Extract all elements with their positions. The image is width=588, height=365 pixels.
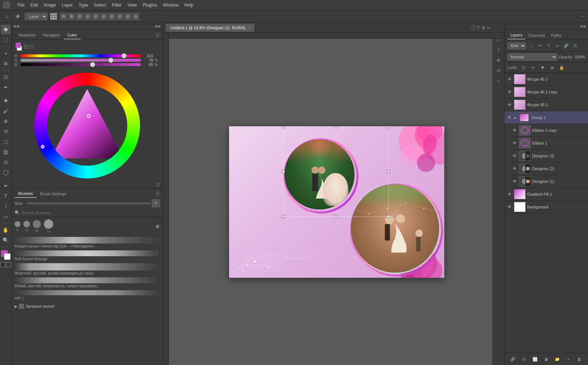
layer-ellipse1copy[interactable]: 👁 Ellipse 1 copy — [510, 124, 588, 137]
magic-wand-tool[interactable]: ✲ — [1, 59, 11, 68]
text-tool[interactable]: T — [1, 191, 11, 201]
brush-kategory-kontsept[interactable]: + Концептуальні і пензлі від Kyle – «Нак… — [15, 237, 160, 248]
tab-paths[interactable]: Paths — [548, 32, 564, 39]
add-style-btn[interactable]: fx — [521, 356, 528, 363]
grid-icon[interactable] — [50, 13, 57, 20]
tab-navigator[interactable]: Navigator — [39, 31, 64, 39]
menu-file[interactable]: File — [18, 3, 24, 8]
layer-figura45copy[interactable]: 👁 Фігура 45 1 copy — [504, 86, 588, 99]
menu-plugins[interactable]: Plugins — [143, 3, 157, 8]
crop-tool[interactable]: ⊡ — [1, 72, 11, 82]
move-tool[interactable]: ✥ — [1, 25, 11, 34]
align-left-btn[interactable]: ⊟ — [60, 13, 67, 20]
filter-shape-btn[interactable]: ▭ — [554, 42, 561, 49]
move-tool-icon[interactable]: ✥ — [14, 12, 22, 20]
dodge-tool[interactable]: ◯ — [1, 168, 11, 177]
layer-vis-figura45copy[interactable]: 👁 — [507, 89, 512, 95]
layer-vis-figura45[interactable]: 👁 — [507, 102, 512, 108]
filter-smart-btn[interactable]: 🔗 — [562, 42, 570, 49]
layer-vis-designer1[interactable]: 👁 — [512, 178, 518, 184]
kind-filter-select[interactable]: Kind — [507, 42, 526, 49]
layer-designer2[interactable]: 👁 Designer (2) — [510, 162, 588, 175]
add-adjustment-btn[interactable]: ◑ — [542, 356, 550, 363]
brush-panel-menu-btn[interactable]: ☰ — [156, 191, 160, 196]
brush-soft-smiley[interactable]: soft :) — [15, 290, 160, 300]
heal-tool[interactable]: ✚ — [1, 96, 11, 105]
filter-toggle-btn[interactable]: ⊡ — [571, 42, 579, 49]
layer-vis-group1[interactable]: 👁 — [507, 115, 512, 120]
layer-gradient[interactable]: 👁 Gradient Fill 1 — [504, 188, 588, 201]
brush-category-general[interactable]: ▶ Загальні пензлі — [15, 302, 160, 310]
brush-soft-add[interactable]: + — [156, 251, 158, 255]
canvas-zoom-icon[interactable]: + — [495, 77, 503, 85]
lock-image-btn[interactable]: ✏ — [530, 64, 537, 71]
layer-vis-figura46[interactable]: 👁 — [507, 76, 512, 82]
brush-preset-3[interactable]: 20 — [33, 220, 41, 233]
menu-image[interactable]: Image — [44, 3, 56, 8]
select-tool[interactable]: ⬚ — [1, 35, 11, 45]
fg-color-swatch[interactable] — [16, 43, 21, 48]
brush-tool[interactable]: 🖌 — [1, 106, 11, 116]
brush-hard-round[interactable]: Жорсткий, круглий, розмір відповідно до … — [15, 263, 160, 275]
link-layers-btn[interactable]: 🔗 — [509, 356, 517, 363]
stamp-tool[interactable]: ⊕ — [1, 116, 11, 126]
align-middle-btn[interactable]: ⊟ — [92, 13, 99, 20]
layer-figura46[interactable]: 👁 Фігура 46 1 — [504, 73, 588, 86]
menu-edit[interactable]: Edit — [30, 3, 38, 8]
layer-vis-designer2[interactable]: 👁 — [512, 166, 518, 172]
lasso-tool[interactable]: ⌖ — [1, 49, 11, 58]
add-mask-btn[interactable]: ⬜ — [531, 356, 539, 363]
more-options-btn[interactable]: ··· — [580, 13, 585, 20]
lock-position-btn[interactable]: ✚ — [539, 64, 546, 71]
filter-adjust-btn[interactable]: ✏ — [536, 42, 543, 49]
lock-all-btn[interactable]: 🔒 — [558, 64, 565, 71]
blend-mode-select[interactable]: Normal — [507, 53, 557, 61]
tab-layers[interactable]: Layers — [507, 31, 525, 39]
gradient-tool[interactable]: ▨ — [1, 147, 11, 157]
layer-designer1[interactable]: 👁 Designer (1) — [510, 175, 588, 188]
b-slider-thumb[interactable] — [90, 62, 95, 67]
eyedropper-tool[interactable]: ✒ — [1, 82, 11, 92]
opacity-value[interactable]: 100% — [575, 55, 585, 59]
tab-brush-settings[interactable]: Brush Settings — [36, 190, 70, 197]
brush-soft-opacity[interactable]: М'який, круглий, непрозорість і штрих ві… — [15, 277, 160, 288]
panel-options-btn[interactable]: ☰ — [156, 33, 160, 38]
tab-brushes[interactable]: Brushes — [15, 190, 36, 198]
s-slider-thumb[interactable] — [108, 58, 113, 63]
filter-text-btn[interactable]: T — [545, 42, 552, 49]
brush-add-icon[interactable]: + — [156, 238, 158, 242]
lock-artboard-btn[interactable]: ⊞ — [549, 64, 556, 71]
blur-tool[interactable]: ◎ — [1, 157, 11, 167]
align-top-btn[interactable]: ⊟ — [84, 13, 91, 20]
layer-designer3[interactable]: 👁 Designer (3) — [510, 150, 588, 162]
right-panel-collapse-btn[interactable]: ▶▶ — [581, 24, 587, 28]
menu-view[interactable]: View — [127, 3, 137, 8]
layer-vis-ellipse1[interactable]: 👁 — [512, 140, 518, 146]
menu-help[interactable]: Help — [184, 3, 193, 8]
path-tool[interactable]: ⤴ — [1, 201, 11, 211]
layer-vis-gradient[interactable]: 👁 — [507, 191, 512, 197]
brush-preset-4[interactable]: 15 — [44, 219, 53, 233]
tab-color[interactable]: Color — [64, 31, 81, 39]
menu-filter[interactable]: Filter — [112, 3, 122, 8]
align-right-btn[interactable]: ⊟ — [76, 13, 83, 20]
type-tool-icon[interactable]: T — [477, 25, 480, 31]
color-triangle-area[interactable] — [47, 85, 127, 166]
zoom-tool[interactable]: 🔍 — [1, 235, 11, 245]
quick-mask-icon[interactable] — [0, 262, 5, 267]
home-icon[interactable]: ⌂ — [3, 12, 11, 20]
tab-channels[interactable]: Channels — [525, 32, 548, 39]
distribute-btn[interactable]: ⊟ — [108, 13, 115, 20]
brush-preset-1[interactable]: 9 — [15, 221, 20, 231]
search-brushes-input[interactable] — [22, 211, 160, 215]
h-slider[interactable] — [20, 54, 141, 57]
panel-collapse-btn[interactable]: ◀◀ — [13, 24, 19, 28]
brush-preset-2[interactable]: 20 — [23, 221, 30, 232]
layer-ellipse1[interactable]: 👁 Ellipse 1 — [510, 137, 588, 150]
background-color[interactable] — [4, 253, 11, 260]
menu-select[interactable]: Select — [94, 3, 106, 8]
expand-icon[interactable]: ⊡ — [156, 182, 160, 187]
distribute4-btn[interactable]: ⊟ — [132, 13, 139, 20]
brush-soft-round[interactable]: + Soft Round Smudge — [15, 250, 160, 261]
lock-transparent-btn[interactable]: ⊡ — [520, 64, 527, 71]
